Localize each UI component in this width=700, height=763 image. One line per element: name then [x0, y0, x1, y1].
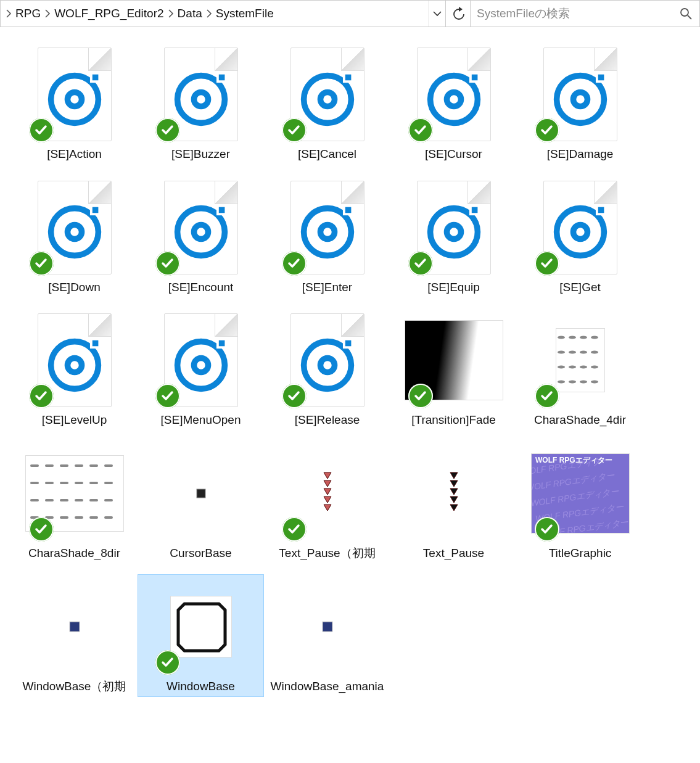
sync-check-icon [535, 251, 559, 276]
file-label: [SE]Enter [302, 279, 352, 295]
search-button[interactable] [678, 7, 693, 20]
svg-point-9 [569, 336, 576, 339]
file-item[interactable]: WOLF RPGエディターWOLF RPGエディターWOLF RPGエディターW… [517, 441, 643, 564]
breadcrumb-item[interactable]: WOLF_RPG_Editor2 [52, 1, 166, 27]
file-thumbnail [531, 311, 630, 410]
svg-rect-46 [75, 516, 83, 519]
file-thumbnail [278, 311, 377, 410]
breadcrumb-item[interactable]: SystemFile [213, 1, 276, 27]
file-item[interactable]: [SE]Equip [390, 175, 517, 299]
file-label: [SE]Down [48, 279, 100, 295]
file-thumbnail [152, 178, 250, 277]
file-thumbnail [278, 577, 377, 676]
chevron-right-icon[interactable] [205, 1, 213, 27]
sync-check-icon [29, 251, 54, 276]
svg-point-12 [558, 351, 565, 354]
svg-rect-42 [104, 499, 113, 501]
chevron-down-icon [433, 9, 442, 18]
file-label: [Transition]Fade [411, 412, 496, 428]
image-thumbnail [445, 469, 463, 518]
svg-rect-28 [75, 464, 83, 467]
file-label: [SE]Get [559, 279, 601, 295]
image-thumbnail [321, 621, 334, 633]
sync-check-icon [29, 118, 54, 142]
file-grid[interactable]: [SE]Action [SE]Buzzer [SE]Cancel [SE]Cur… [0, 27, 700, 732]
svg-point-17 [569, 366, 576, 369]
file-item[interactable]: CharaShade_4dir [517, 308, 643, 431]
file-item[interactable]: [SE]Damage [517, 42, 643, 165]
file-label: CursorBase [170, 545, 231, 561]
svg-point-8 [558, 336, 565, 339]
svg-rect-31 [30, 482, 39, 484]
svg-rect-25 [30, 464, 39, 467]
file-thumbnail [25, 45, 124, 144]
file-item[interactable]: Text_Pause（初期 [264, 441, 390, 564]
svg-point-18 [580, 366, 587, 369]
file-thumbnail [278, 444, 377, 543]
svg-rect-41 [89, 499, 98, 501]
file-thumbnail [25, 311, 124, 410]
sync-check-icon [535, 517, 559, 542]
file-label: WindowBase_amania [271, 678, 384, 695]
file-item[interactable]: WindowBase [138, 574, 264, 698]
chevron-right-icon[interactable] [43, 1, 52, 27]
file-item[interactable]: [SE]Cursor [390, 42, 517, 165]
sync-check-icon [155, 650, 180, 675]
file-label: [SE]Release [295, 412, 360, 428]
file-item[interactable]: [Transition]Fade [390, 308, 517, 431]
svg-point-21 [569, 381, 576, 384]
address-dropdown[interactable] [428, 1, 445, 27]
file-label: [SE]Action [47, 146, 102, 162]
file-label: TitleGraphic [549, 545, 612, 561]
file-item[interactable]: CharaShade_8dir [11, 441, 138, 564]
svg-point-19 [591, 366, 598, 369]
sync-check-icon [408, 118, 433, 142]
chevron-right-icon[interactable] [167, 1, 175, 27]
file-item[interactable]: Text_Pause [390, 441, 517, 564]
search-box[interactable] [471, 0, 700, 27]
refresh-icon [451, 7, 465, 20]
file-item[interactable]: WindowBase（初期 [11, 574, 138, 698]
file-label: Text_Pause [423, 545, 484, 561]
svg-rect-59 [323, 622, 332, 632]
file-item[interactable]: [SE]Enter [264, 175, 390, 299]
toolbar: RPG WOLF_RPG_Editor2 Data SystemFile [0, 0, 700, 27]
svg-rect-38 [45, 499, 54, 501]
file-item[interactable]: [SE]Action [11, 42, 138, 165]
file-item[interactable]: [SE]MenuOpen [138, 308, 264, 431]
chevron-right-icon[interactable] [4, 1, 13, 27]
file-item[interactable]: [SE]LevelUp [11, 308, 138, 431]
breadcrumb-item[interactable]: RPG [13, 1, 43, 27]
file-thumbnail [405, 311, 503, 410]
refresh-button[interactable] [446, 0, 471, 27]
svg-rect-57 [70, 622, 80, 632]
file-thumbnail [25, 577, 124, 676]
image-thumbnail [319, 469, 336, 518]
file-item[interactable]: [SE]Cancel [264, 42, 390, 165]
file-label: [SE]Cancel [298, 146, 356, 162]
file-item[interactable]: [SE]Encount [138, 175, 264, 299]
svg-point-14 [580, 351, 587, 354]
search-input[interactable] [477, 7, 678, 20]
file-label: [SE]Equip [427, 279, 480, 295]
svg-rect-30 [104, 464, 113, 467]
file-label: [SE]MenuOpen [161, 412, 241, 428]
sync-check-icon [29, 384, 54, 408]
svg-rect-45 [60, 516, 68, 519]
file-item[interactable]: [SE]Down [11, 175, 138, 299]
sync-check-icon [535, 384, 559, 408]
breadcrumb-item[interactable]: Data [175, 1, 205, 27]
image-thumbnail [170, 596, 232, 658]
image-thumbnail [556, 328, 605, 392]
sync-check-icon [155, 384, 180, 408]
file-item[interactable]: [SE]Buzzer [138, 42, 264, 165]
file-item[interactable]: [SE]Release [264, 308, 390, 431]
sync-check-icon [535, 118, 559, 142]
file-item[interactable]: CursorBase [138, 441, 264, 564]
file-item[interactable]: WindowBase_amania [264, 574, 390, 698]
sync-check-icon [282, 384, 307, 408]
address-bar[interactable]: RPG WOLF_RPG_Editor2 Data SystemFile [0, 0, 446, 27]
svg-point-23 [591, 381, 598, 384]
file-item[interactable]: [SE]Get [517, 175, 643, 299]
svg-point-16 [558, 366, 565, 369]
